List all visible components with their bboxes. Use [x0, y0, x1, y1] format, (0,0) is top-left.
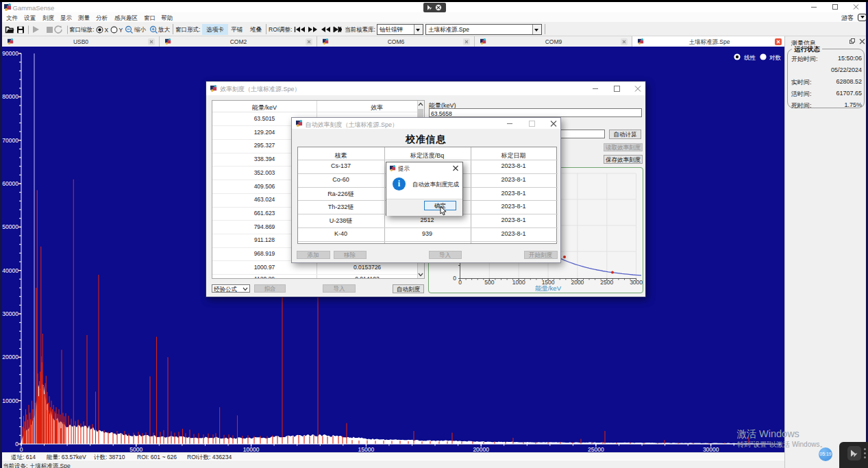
svg-text:1000: 1000 — [512, 279, 525, 286]
svg-text:10000: 10000 — [2, 397, 18, 404]
svg-text:5000: 5000 — [129, 446, 142, 452]
svg-text:10000: 10000 — [243, 446, 260, 452]
svg-text:30000: 30000 — [2, 310, 18, 317]
svg-text:0: 0 — [15, 441, 18, 447]
svg-text:20000: 20000 — [2, 354, 18, 360]
svg-text:0: 0 — [458, 279, 462, 286]
svg-text:3000: 3000 — [630, 279, 643, 286]
svg-text:2000: 2000 — [571, 279, 584, 286]
svg-text:2500: 2500 — [600, 279, 613, 286]
svg-text:能量/keV: 能量/keV — [535, 284, 562, 292]
svg-text:500: 500 — [484, 279, 494, 286]
svg-text:30000: 30000 — [703, 446, 719, 452]
svg-text:0: 0 — [20, 446, 23, 452]
svg-text:90000: 90000 — [2, 50, 18, 57]
svg-text:50000: 50000 — [2, 223, 18, 230]
svg-text:0: 0 — [453, 275, 456, 282]
svg-text:40000: 40000 — [2, 267, 18, 274]
svg-text:80000: 80000 — [2, 93, 18, 100]
svg-text:60000: 60000 — [2, 180, 18, 187]
svg-text:20000: 20000 — [473, 446, 489, 452]
svg-text:15000: 15000 — [358, 446, 375, 452]
svg-text:70000: 70000 — [2, 137, 18, 144]
svg-text:25000: 25000 — [588, 446, 604, 452]
